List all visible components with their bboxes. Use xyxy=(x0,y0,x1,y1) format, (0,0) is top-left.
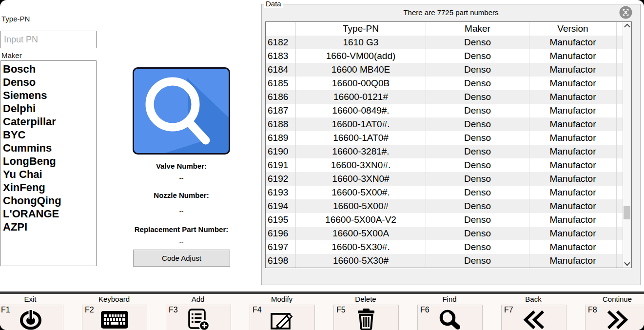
table-cell[interactable]: Manufactor xyxy=(529,199,617,213)
table-cell[interactable]: 16600-5X30#. xyxy=(296,240,426,254)
table-cell[interactable]: Denso xyxy=(426,63,529,77)
table-cell[interactable]: 6189 xyxy=(266,131,296,145)
table-cell[interactable]: Denso xyxy=(426,117,529,131)
table-cell[interactable]: Manufactor xyxy=(529,172,617,186)
table-cell[interactable]: Manufactor xyxy=(529,158,617,172)
maker-item[interactable]: Caterpillar xyxy=(3,115,96,128)
table-cell[interactable]: Denso xyxy=(426,131,529,145)
table-cell[interactable]: 16600-5X00A-V2 xyxy=(296,213,426,227)
table-cell[interactable]: 6183 xyxy=(266,49,296,63)
table-cell[interactable]: 16600-5X00# xyxy=(296,199,426,213)
table-cell[interactable]: 16600-5X00#. xyxy=(296,186,426,199)
table-cell[interactable]: 16600-3XN0#. xyxy=(296,158,426,172)
scrollbar-up-arrow-icon[interactable] xyxy=(623,22,631,30)
table-scrollbar[interactable] xyxy=(623,22,631,268)
table-cell[interactable]: Manufactor xyxy=(529,131,617,145)
table-cell[interactable]: Denso xyxy=(426,186,529,199)
table-cell[interactable]: Denso xyxy=(426,90,529,104)
table-cell[interactable]: 16600-3XN0# xyxy=(296,172,426,186)
maker-item[interactable]: L'ORANGE xyxy=(3,207,96,220)
table-cell[interactable]: Denso xyxy=(426,104,529,117)
table-cell[interactable]: Manufactor xyxy=(529,227,617,240)
delete-button[interactable]: F5 xyxy=(333,305,399,330)
maker-item[interactable]: XinFeng xyxy=(3,181,96,194)
search-button[interactable] xyxy=(133,67,230,155)
toolbar-slot-find: FindF6 xyxy=(408,294,491,330)
table-cell[interactable]: Manufactor xyxy=(529,240,617,254)
table-cell[interactable]: Denso xyxy=(426,172,529,186)
table-cell[interactable]: Denso xyxy=(426,49,529,63)
table-cell[interactable]: 6194 xyxy=(266,199,296,213)
table-cell[interactable]: 6184 xyxy=(266,63,296,77)
table-cell[interactable]: 6188 xyxy=(266,117,296,131)
maker-item[interactable]: Yu Chai xyxy=(3,168,96,181)
table-cell[interactable]: Manufactor xyxy=(529,36,617,49)
pn-input[interactable] xyxy=(0,31,97,48)
table-cell[interactable]: 6192 xyxy=(266,172,296,186)
maker-item[interactable]: Delphi xyxy=(3,102,96,115)
table-cell[interactable]: 16600-3281#. xyxy=(296,145,426,158)
modify-button[interactable]: F4 xyxy=(250,305,315,330)
table-cell[interactable]: Manufactor xyxy=(529,104,617,117)
back-button[interactable]: F7 xyxy=(501,305,566,330)
maker-item[interactable]: Cummins xyxy=(3,141,96,155)
exit-button[interactable]: F1 xyxy=(0,305,63,330)
table-cell[interactable]: 16600-5X30# xyxy=(296,254,426,268)
table-cell[interactable]: 16600-0849#. xyxy=(296,104,426,117)
table-cell[interactable]: Manufactor xyxy=(529,117,617,131)
table-cell[interactable]: Denso xyxy=(426,36,529,49)
table-cell[interactable]: 16600-1AT0# xyxy=(296,131,426,145)
keyboard-button[interactable]: F2 xyxy=(82,305,147,330)
table-cell[interactable]: 16600-00Q0B xyxy=(296,77,426,90)
table-cell[interactable]: Denso xyxy=(426,213,529,227)
maker-item[interactable]: LongBeng xyxy=(3,155,96,168)
table-cell[interactable]: Manufactor xyxy=(529,254,617,268)
table-cell[interactable]: Manufactor xyxy=(529,145,617,158)
code-adjust-button[interactable]: Code Adjust xyxy=(133,250,230,267)
table-cell[interactable]: 6196 xyxy=(266,227,296,240)
maker-item[interactable]: Bosch xyxy=(3,62,96,76)
continue-button[interactable]: F8 xyxy=(585,305,644,330)
table-cell[interactable]: Manufactor xyxy=(529,213,617,227)
table-cell[interactable]: Denso xyxy=(426,227,529,240)
table-cell[interactable]: Manufactor xyxy=(529,186,617,199)
scrollbar-thumb[interactable] xyxy=(624,206,630,219)
table-cell[interactable]: Manufactor xyxy=(529,77,617,90)
table-cell[interactable]: Manufactor xyxy=(529,49,617,63)
table-cell[interactable]: Denso xyxy=(426,199,529,213)
add-button[interactable]: F3 xyxy=(166,305,231,330)
table-cell[interactable]: 6197 xyxy=(266,240,296,254)
table-cell[interactable]: 16600-0121# xyxy=(296,90,426,104)
find-button[interactable]: F6 xyxy=(417,305,483,330)
keyboard-icon xyxy=(101,311,128,329)
scrollbar-down-arrow-icon[interactable] xyxy=(623,259,631,268)
table-cell[interactable]: 6186 xyxy=(266,90,296,104)
table-cell[interactable]: 1610 G3 xyxy=(296,36,426,49)
maker-item[interactable]: ChongQing xyxy=(3,194,96,207)
table-cell[interactable]: Manufactor xyxy=(529,63,617,77)
table-cell[interactable]: 16600-5X00A xyxy=(296,227,426,240)
maker-item[interactable]: BYC xyxy=(3,128,96,141)
table-cell[interactable]: 16600-1AT0#. xyxy=(296,117,426,131)
maker-item[interactable]: AZPI xyxy=(3,220,96,233)
table-cell[interactable]: 6185 xyxy=(266,77,296,90)
table-cell[interactable]: 6195 xyxy=(266,213,296,227)
table-cell[interactable]: 6182 xyxy=(266,36,296,49)
table-cell[interactable]: 6187 xyxy=(266,104,296,117)
table-cell[interactable]: Denso xyxy=(426,77,529,90)
table-cell[interactable]: 6193 xyxy=(266,186,296,199)
fkey-label: F5 xyxy=(336,306,346,314)
table-cell[interactable]: 6198 xyxy=(266,254,296,268)
table-cell[interactable]: 6191 xyxy=(266,158,296,172)
translate-overlay-button[interactable] xyxy=(619,6,632,19)
table-cell[interactable]: 16600 MB40E xyxy=(296,63,426,77)
maker-item[interactable]: Denso xyxy=(3,76,96,89)
table-cell[interactable]: Manufactor xyxy=(529,90,617,104)
table-cell[interactable]: Denso xyxy=(426,158,529,172)
table-cell[interactable]: 1660-VM00(add) xyxy=(296,49,426,63)
maker-item[interactable]: Siemens xyxy=(3,89,96,102)
table-cell[interactable]: Denso xyxy=(426,254,529,268)
table-cell[interactable]: 6190 xyxy=(266,145,296,158)
table-cell[interactable]: Denso xyxy=(426,240,529,254)
table-cell[interactable]: Denso xyxy=(426,145,529,158)
